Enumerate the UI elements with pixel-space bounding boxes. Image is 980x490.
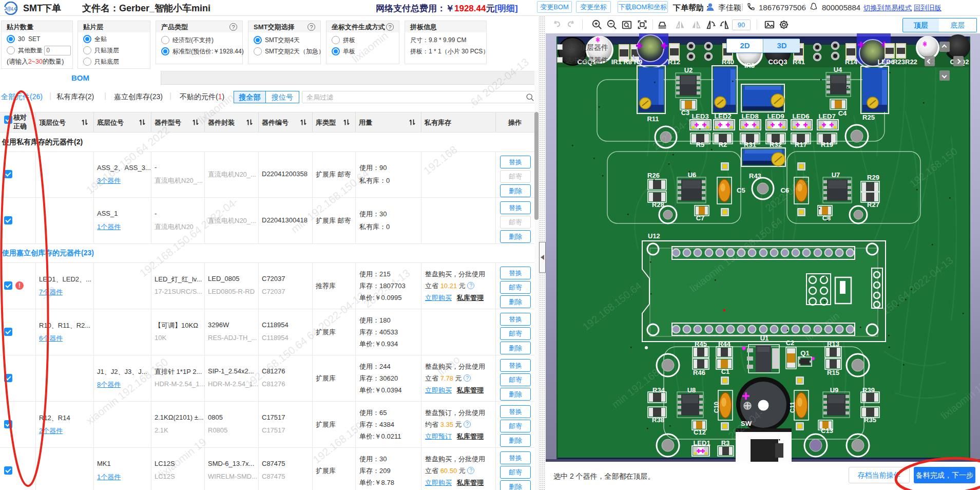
svg-text:LED7: LED7 bbox=[818, 112, 835, 120]
svg-text:R11: R11 bbox=[647, 115, 659, 123]
svg-text:LED6: LED6 bbox=[877, 58, 894, 66]
svg-text:C13: C13 bbox=[821, 427, 833, 435]
svg-text:R25: R25 bbox=[862, 114, 875, 121]
svg-text:U2: U2 bbox=[684, 66, 693, 74]
svg-text:U4: U4 bbox=[834, 66, 842, 73]
svg-text:IR3: IR3 bbox=[744, 62, 755, 69]
svg-text:R39: R39 bbox=[862, 386, 875, 394]
svg-text:R13: R13 bbox=[827, 340, 839, 348]
svg-text:C4: C4 bbox=[838, 109, 847, 117]
svg-text:C11: C11 bbox=[789, 402, 796, 413]
svg-text:LED9: LED9 bbox=[767, 112, 784, 120]
svg-text:C7: C7 bbox=[696, 214, 705, 222]
svg-text:R23R22: R23R22 bbox=[893, 58, 917, 66]
svg-text:R45: R45 bbox=[695, 340, 707, 348]
svg-text:R32: R32 bbox=[770, 141, 782, 148]
svg-text:R31: R31 bbox=[744, 141, 756, 148]
svg-text:C2: C2 bbox=[786, 339, 795, 347]
svg-text:J@LC: J@LC bbox=[4, 6, 17, 11]
svg-text:R35: R35 bbox=[864, 416, 876, 424]
svg-text:R2: R2 bbox=[719, 141, 727, 148]
svg-text:C1: C1 bbox=[721, 368, 730, 375]
svg-text:C10: C10 bbox=[713, 402, 720, 413]
svg-text:Q1: Q1 bbox=[800, 349, 809, 357]
svg-text:R26: R26 bbox=[647, 172, 660, 179]
svg-text:CGQ3: CGQ3 bbox=[768, 58, 787, 66]
svg-text:R17: R17 bbox=[795, 141, 807, 148]
svg-text:R40: R40 bbox=[722, 58, 734, 66]
svg-text:U1: U1 bbox=[760, 334, 769, 342]
svg-text:R41: R41 bbox=[793, 58, 805, 66]
svg-text:R3: R3 bbox=[721, 439, 730, 447]
svg-text:U9: U9 bbox=[830, 386, 839, 394]
svg-text:LED6: LED6 bbox=[792, 112, 809, 120]
svg-text:U12: U12 bbox=[648, 232, 660, 240]
svg-text:LED2: LED2 bbox=[714, 112, 731, 120]
svg-text:C8: C8 bbox=[822, 214, 831, 222]
svg-text:R34: R34 bbox=[652, 386, 665, 394]
svg-text:U8: U8 bbox=[687, 386, 696, 394]
svg-text:R44: R44 bbox=[718, 340, 731, 348]
svg-text:LED8: LED8 bbox=[741, 112, 758, 120]
svg-text:R27: R27 bbox=[867, 201, 879, 209]
svg-text:IR1 R8 R9: IR1 R8 R9 bbox=[611, 58, 643, 66]
svg-text:C12: C12 bbox=[694, 428, 706, 436]
svg-text:R14: R14 bbox=[845, 58, 858, 66]
svg-text:R46: R46 bbox=[693, 369, 705, 376]
svg-text:U7: U7 bbox=[832, 171, 840, 179]
svg-text:R29: R29 bbox=[867, 174, 879, 181]
svg-text:C5: C5 bbox=[737, 186, 745, 194]
svg-text:R12: R12 bbox=[668, 58, 680, 66]
svg-text:R5: R5 bbox=[696, 141, 705, 148]
svg-text:R38: R38 bbox=[652, 416, 664, 424]
svg-text:R15: R15 bbox=[827, 369, 839, 376]
svg-text:LED1: LED1 bbox=[693, 439, 710, 447]
svg-text:R19: R19 bbox=[821, 141, 833, 148]
